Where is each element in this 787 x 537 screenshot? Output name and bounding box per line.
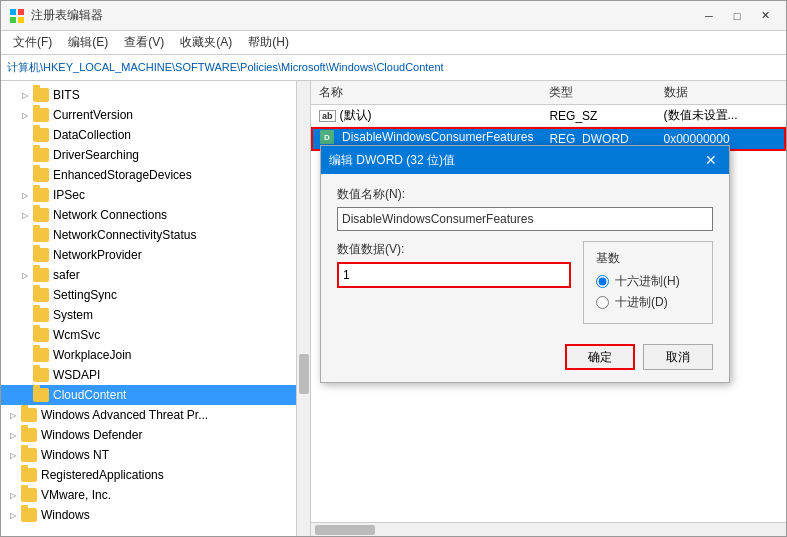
radio-hex[interactable]: 十六进制(H) — [596, 273, 700, 290]
dialog-base-label: 基数 — [596, 250, 700, 267]
radio-hex-label: 十六进制(H) — [615, 273, 680, 290]
dialog-overlay: 编辑 DWORD (32 位)值 ✕ 数值名称(N): 数值数据(V): 基数 … — [0, 0, 787, 537]
dialog-title-bar: 编辑 DWORD (32 位)值 ✕ — [321, 146, 729, 174]
dialog-data-input[interactable] — [337, 262, 571, 288]
radio-dec[interactable]: 十进制(D) — [596, 294, 700, 311]
dialog-body: 数值名称(N): 数值数据(V): 基数 十六进制(H) 十进制(D) — [321, 174, 729, 336]
dialog-row: 数值数据(V): 基数 十六进制(H) 十进制(D) — [337, 241, 713, 324]
dialog-radios: 基数 十六进制(H) 十进制(D) — [583, 241, 713, 324]
radio-hex-input[interactable] — [596, 275, 609, 288]
dialog-data-label: 数值数据(V): — [337, 241, 571, 258]
radio-dec-label: 十进制(D) — [615, 294, 668, 311]
dialog-cancel-button[interactable]: 取消 — [643, 344, 713, 370]
radio-dec-input[interactable] — [596, 296, 609, 309]
dialog-buttons: 确定 取消 — [321, 336, 729, 382]
dialog-value-section: 数值数据(V): — [337, 241, 571, 288]
dialog-close-button[interactable]: ✕ — [701, 150, 721, 170]
dialog-title: 编辑 DWORD (32 位)值 — [329, 152, 455, 169]
edit-dword-dialog: 编辑 DWORD (32 位)值 ✕ 数值名称(N): 数值数据(V): 基数 … — [320, 145, 730, 383]
dialog-name-input[interactable] — [337, 207, 713, 231]
dialog-name-label: 数值名称(N): — [337, 186, 713, 203]
dialog-ok-button[interactable]: 确定 — [565, 344, 635, 370]
